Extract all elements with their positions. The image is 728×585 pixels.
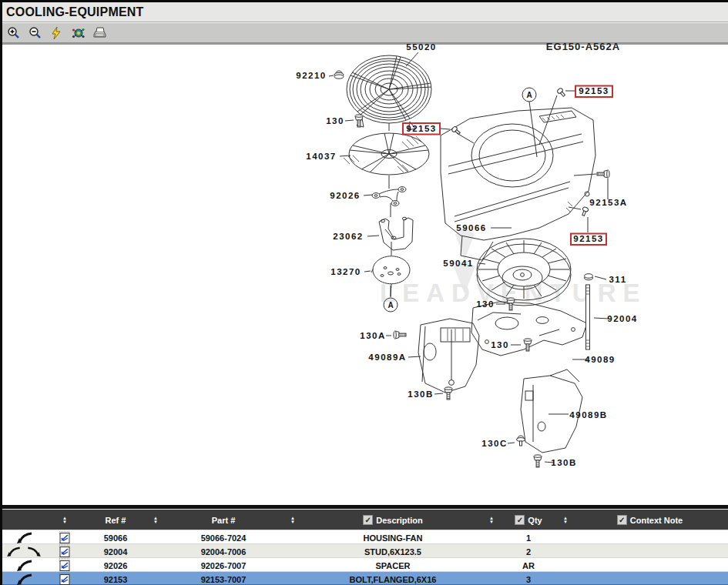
diagram-canvas: LEADVENTURE EG150-A562A	[0, 43, 728, 505]
title-bar: COOLING-EQUIPMENT	[0, 2, 728, 22]
edit-note-icon[interactable]	[48, 558, 82, 573]
part-bracket	[379, 217, 413, 250]
part-label[interactable]: 92026	[330, 191, 360, 200]
part-label[interactable]: 55020	[406, 43, 436, 52]
description-checkbox[interactable]: ✓	[363, 515, 373, 525]
zoom-out-icon	[28, 26, 42, 40]
cell-desc: SPACER	[300, 561, 485, 570]
hotspot-flash-button[interactable]	[48, 25, 65, 42]
cell-part: 92004-7006	[162, 547, 285, 557]
part-label[interactable]: 311	[609, 275, 626, 284]
cap-nut-92210	[334, 71, 344, 79]
part-shroud-a	[418, 319, 479, 393]
cell-ref: 92026	[82, 561, 149, 570]
hotspot-config-icon	[71, 26, 86, 40]
cell-part: 92026-7007	[162, 561, 285, 570]
window-border-top	[0, 0, 728, 2]
header-context-note: ✓ Context Note	[572, 515, 728, 525]
part-fan	[344, 133, 429, 175]
exploded-diagram: LEADVENTURE EG150-A562A	[0, 43, 728, 505]
locate-arrow-icon[interactable]	[12, 530, 35, 546]
part-label[interactable]: 59041	[443, 259, 473, 268]
part-label[interactable]: 130	[476, 299, 495, 309]
cell-ref: 59066	[82, 533, 149, 543]
cell-qty: 3	[498, 575, 559, 584]
sort-icon[interactable]: ▲▼	[563, 516, 568, 524]
header-qty: ✓ Qty	[498, 515, 559, 525]
locate-arrow-icon[interactable]	[12, 558, 35, 573]
edit-note-icon[interactable]	[48, 544, 82, 560]
cell-desc: BOLT,FLANGED,6X16	[300, 575, 485, 584]
zoom-in-button[interactable]	[5, 25, 22, 42]
zoom-in-icon	[6, 26, 20, 40]
locate-arrow-icon[interactable]	[3, 544, 23, 560]
locate-arrow-icon[interactable]	[12, 572, 35, 585]
part-label[interactable]: 130	[326, 116, 344, 125]
table-row[interactable]: 92004 92004-7006 STUD,6X123.5 2	[0, 543, 728, 557]
part-label[interactable]: 130	[491, 340, 509, 349]
part-label[interactable]: 14037	[306, 152, 336, 161]
part-label[interactable]: 92153A	[589, 198, 627, 207]
part-label[interactable]: 130C	[481, 439, 508, 448]
part-label[interactable]: 59066	[456, 223, 486, 232]
part-label[interactable]: 49089	[585, 355, 615, 364]
sort-icon[interactable]: ▲▼	[62, 516, 67, 524]
print-icon	[92, 26, 107, 39]
qty-checkbox[interactable]: ✓	[515, 515, 525, 525]
sort-icon[interactable]: ▲▼	[290, 516, 295, 524]
parts-catalog-window: { "window": { "title": "COOLING-EQUIPMEN…	[0, 0, 728, 585]
print-button[interactable]	[91, 25, 108, 42]
edit-note-icon[interactable]	[48, 572, 82, 585]
table-row[interactable]: 92026 92026-7007 SPACER AR	[0, 557, 728, 571]
svg-text:A: A	[387, 301, 393, 309]
cell-qty: AR	[498, 561, 559, 570]
cell-part: 92153-7007	[162, 575, 285, 584]
locate-arrow-alt-icon[interactable]	[25, 544, 45, 560]
part-label[interactable]: 49089B	[569, 410, 607, 420]
part-spacer	[372, 187, 406, 206]
header-part: Part #	[162, 516, 285, 525]
toolbar	[0, 22, 728, 43]
part-label[interactable]: 13270	[330, 267, 361, 276]
table-body: 59066 59066-7024 HOUSING-FAN 1	[0, 530, 728, 585]
part-label-highlighted[interactable]: 92153	[406, 124, 436, 133]
sort-icon[interactable]: ▲▼	[489, 516, 494, 524]
drawing-code: EG150-A562A	[546, 43, 620, 52]
table-row[interactable]: 59066 59066-7024 HOUSING-FAN 1	[0, 530, 728, 543]
part-label[interactable]: 92004	[607, 314, 637, 323]
part-label[interactable]: 130B	[408, 389, 434, 399]
context-note-checkbox[interactable]: ✓	[617, 515, 627, 525]
part-label-highlighted[interactable]: 92153	[573, 234, 603, 243]
window-border-left	[0, 0, 2, 585]
header-ref: Ref #	[82, 516, 149, 525]
table-row-selected[interactable]: 92153 92153-7007 BOLT,FLANGED,6X16 3	[0, 571, 728, 585]
view-marker-a-1: A	[522, 88, 536, 102]
svg-text:A: A	[526, 91, 532, 99]
cell-part: 59066-7024	[162, 533, 285, 543]
cell-desc: HOUSING-FAN	[300, 533, 485, 543]
part-label[interactable]: 23062	[333, 232, 363, 241]
edit-note-icon[interactable]	[48, 530, 82, 546]
part-label[interactable]: 130B	[551, 458, 577, 467]
table-header: ▲▼ Ref # ▲▼ Part # ▲▼ ✓ Description ▲▼ ✓…	[0, 509, 728, 530]
part-label[interactable]: 92210	[296, 71, 326, 80]
cell-desc: STUD,6X123.5	[300, 547, 485, 557]
part-label-highlighted[interactable]: 92153	[579, 86, 609, 95]
page-title: COOLING-EQUIPMENT	[0, 5, 144, 19]
part-label[interactable]: 49089A	[368, 353, 406, 362]
part-label[interactable]: 130A	[360, 331, 386, 340]
stud-92004	[586, 285, 590, 349]
cell-qty: 1	[498, 533, 559, 543]
cell-ref: 92153	[82, 575, 149, 584]
cell-ref: 92004	[82, 547, 149, 557]
zoom-out-button[interactable]	[26, 25, 43, 42]
lightning-icon	[50, 26, 62, 40]
sort-icon[interactable]: ▲▼	[153, 516, 158, 524]
cell-qty: 2	[498, 547, 559, 557]
clip-130c	[517, 436, 525, 446]
header-description: ✓ Description	[300, 515, 485, 525]
hotspot-config-button[interactable]	[69, 25, 86, 42]
